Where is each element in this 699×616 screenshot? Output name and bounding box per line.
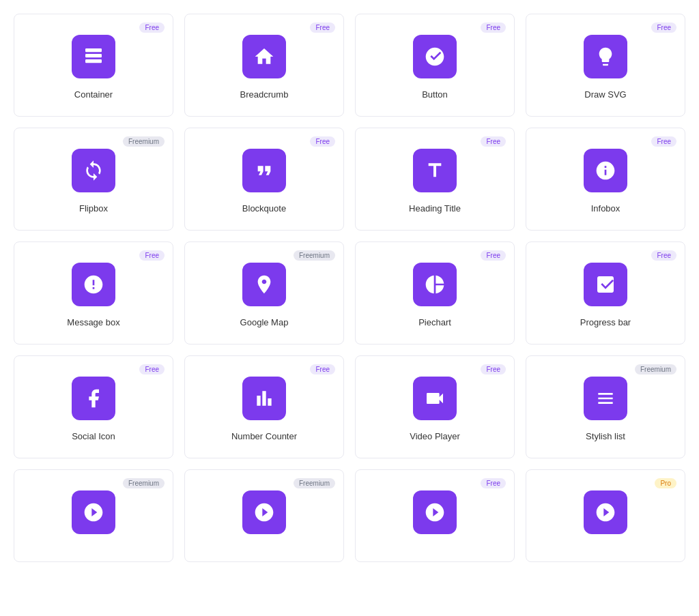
label-draw-svg: Draw SVG: [584, 89, 626, 100]
icon-button: [413, 35, 457, 78]
badge-infobox: Free: [651, 136, 676, 147]
card-progress-bar[interactable]: Free Progress bar: [526, 241, 685, 344]
icon-draw-svg: [584, 35, 627, 78]
card-draw-svg[interactable]: Free Draw SVG: [526, 14, 685, 117]
icon-infobox: [584, 149, 627, 192]
icon-video-player: [413, 377, 457, 420]
badge-social-icon: Free: [139, 364, 165, 375]
card-number-counter[interactable]: Free Number Counter: [184, 355, 344, 458]
card-video-player[interactable]: Free Video Player: [355, 355, 515, 458]
icon-social-icon: [72, 377, 115, 420]
label-button: Button: [422, 89, 448, 100]
badge-bottom1: Freemium: [123, 478, 165, 488]
icon-bottom1: [72, 490, 115, 534]
label-stylish-list: Stylish list: [586, 431, 625, 441]
label-blockquote: Blockquote: [242, 203, 286, 214]
label-social-icon: Social Icon: [72, 431, 115, 441]
badge-piechart: Free: [481, 250, 506, 261]
card-button[interactable]: Free Button: [355, 14, 515, 117]
card-message-box[interactable]: Free Message box: [14, 241, 173, 344]
label-progress-bar: Progress bar: [580, 317, 631, 327]
card-flipbox[interactable]: Freemium Flipbox: [14, 128, 173, 231]
card-breadcrumb[interactable]: Free Breadcrumb: [184, 14, 344, 117]
icon-piechart: [413, 263, 457, 306]
card-container[interactable]: Free Container: [14, 14, 173, 117]
icon-number-counter: [242, 377, 286, 420]
label-flipbox: Flipbox: [79, 203, 108, 214]
badge-bottom2: Freemium: [294, 478, 335, 488]
badge-blockquote: Free: [310, 136, 335, 147]
label-google-map: Google Map: [240, 317, 289, 327]
icon-container: [72, 35, 115, 78]
icon-breadcrumb: [242, 35, 286, 78]
card-infobox[interactable]: Free Infobox: [526, 128, 685, 231]
badge-draw-svg: Free: [651, 23, 676, 33]
svg-rect-2: [85, 59, 102, 63]
badge-google-map: Freemium: [294, 250, 335, 261]
label-infobox: Infobox: [591, 203, 620, 214]
badge-number-counter: Free: [310, 364, 335, 375]
badge-video-player: Free: [481, 364, 506, 375]
badge-bottom4: Pro: [655, 478, 676, 488]
badge-button: Free: [481, 23, 506, 33]
label-number-counter: Number Counter: [231, 431, 297, 441]
badge-stylish-list: Freemium: [635, 364, 676, 375]
icon-bottom3: [413, 490, 457, 534]
badge-heading-title: Free: [481, 136, 506, 147]
svg-rect-0: [85, 48, 102, 52]
card-blockquote[interactable]: Free Blockquote: [184, 128, 344, 231]
label-video-player: Video Player: [410, 431, 459, 441]
label-piechart: Piechart: [418, 317, 451, 327]
icon-message-box: [72, 263, 115, 306]
widget-grid: Free Container Free Breadcrumb Free Butt…: [14, 14, 685, 562]
card-bottom1[interactable]: Freemium: [14, 469, 173, 562]
icon-flipbox: [72, 149, 115, 192]
label-message-box: Message box: [67, 317, 119, 327]
icon-heading-title: [413, 149, 457, 192]
badge-bottom3: Free: [481, 478, 506, 488]
badge-message-box: Free: [139, 250, 165, 261]
card-piechart[interactable]: Free Piechart: [355, 241, 515, 344]
card-bottom4[interactable]: Pro: [526, 469, 685, 562]
card-bottom2[interactable]: Freemium: [184, 469, 344, 562]
card-heading-title[interactable]: Free Heading Title: [355, 128, 515, 231]
icon-bottom4: [584, 490, 627, 534]
badge-container: Free: [139, 23, 165, 33]
label-heading-title: Heading Title: [409, 203, 461, 214]
icon-stylish-list: [584, 377, 627, 420]
card-stylish-list[interactable]: Freemium Stylish list: [526, 355, 685, 458]
badge-progress-bar: Free: [651, 250, 676, 261]
label-breadcrumb: Breadcrumb: [240, 89, 289, 100]
icon-bottom2: [242, 490, 286, 534]
badge-flipbox: Freemium: [123, 136, 165, 147]
badge-breadcrumb: Free: [310, 23, 335, 33]
icon-google-map: [242, 263, 286, 306]
icon-blockquote: [242, 149, 286, 192]
card-social-icon[interactable]: Free Social Icon: [14, 355, 173, 458]
svg-rect-1: [85, 54, 102, 57]
card-google-map[interactable]: Freemium Google Map: [184, 241, 344, 344]
card-bottom3[interactable]: Free: [355, 469, 515, 562]
icon-progress-bar: [584, 263, 627, 306]
label-container: Container: [74, 89, 113, 100]
